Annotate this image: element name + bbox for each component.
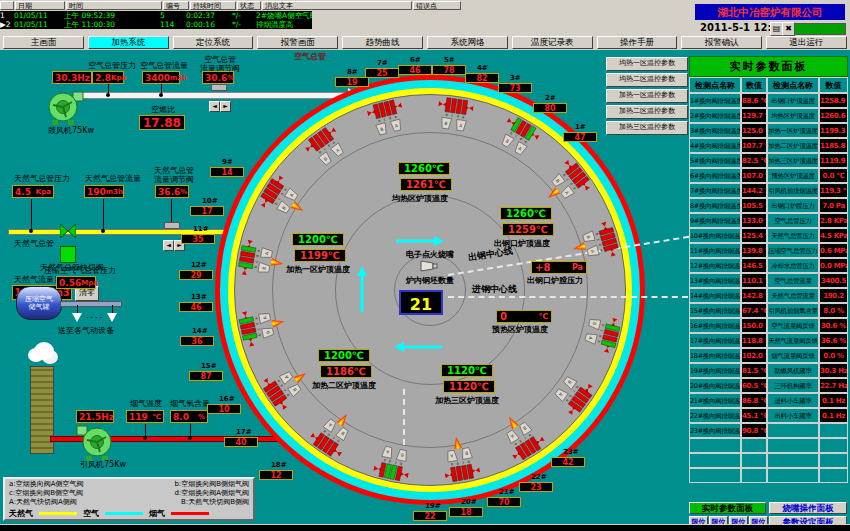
svg-text:c: c bbox=[256, 327, 260, 330]
sensor-value-box: 36 bbox=[180, 336, 214, 346]
menu-button-报警确认[interactable]: 报警确认 bbox=[681, 36, 762, 49]
param-name-cell: 11#换向阀排烟温度 bbox=[689, 243, 741, 258]
legend-row: A:天然气快切阀A侧阀B:天然气快切阀B侧阀 bbox=[9, 498, 249, 507]
alarm-row[interactable]: 101/05/11上午 09:52:3950:02:37*/-2#烧嘴A侧空气B… bbox=[0, 11, 312, 20]
svg-text:a: a bbox=[597, 340, 601, 343]
param-value-cell: 190.2 bbox=[819, 288, 848, 303]
svg-text:b: b bbox=[253, 265, 257, 269]
burner-panel-button[interactable]: 烧嘴操作面板 bbox=[769, 502, 847, 514]
param-name-cell: 1#换向阀排烟温度 bbox=[689, 93, 741, 108]
zone-label: 加热三区炉顶温度 bbox=[435, 396, 499, 405]
param-value-cell: 8.0 % bbox=[819, 303, 848, 318]
param-value-cell: 125.0 ℃ bbox=[741, 123, 767, 138]
svg-text:a: a bbox=[254, 317, 258, 320]
zone-actual-display: 1261℃ bbox=[400, 178, 452, 191]
param-value-cell: 67.4 ℃ bbox=[741, 303, 767, 318]
param-value-cell: 45.1 ℃ bbox=[741, 408, 767, 423]
zone-param-button[interactable]: 加热一区温控参数 bbox=[606, 89, 688, 103]
svg-text:d: d bbox=[568, 394, 573, 398]
param-value-cell: 118.8 ℃ bbox=[741, 333, 767, 348]
igniter-label: 电子点火烧嘴 bbox=[390, 250, 470, 259]
param-value-cell: 3400.5 bbox=[819, 273, 848, 288]
svg-text:a: a bbox=[451, 463, 454, 467]
param-value-cell: 107.7 ℃ bbox=[741, 138, 767, 153]
param-name-cell: 9#换向阀排烟温度 bbox=[689, 213, 741, 228]
zone-label: 加热一区炉顶温度 bbox=[286, 265, 350, 274]
menu-button-系统网络[interactable]: 系统网络 bbox=[427, 36, 508, 49]
burner-station[interactable]: bcda B A bbox=[433, 94, 474, 146]
svg-text:d: d bbox=[519, 137, 523, 142]
realtime-panel-button[interactable]: 实时参数面板 bbox=[689, 502, 766, 514]
zone-param-button[interactable]: 加热三区温控参数 bbox=[606, 121, 688, 135]
air-valve-open-button[interactable]: ◄ bbox=[209, 101, 220, 112]
blower-label: 鼓风机75Kw bbox=[48, 126, 94, 135]
param-col-header: 检测点名称 bbox=[689, 77, 741, 93]
realtime-parameter-panel: 实时参数面板 检测点名称数值检测点名称数值1#换向阀排烟温度88.6 ℃出钢口炉… bbox=[689, 56, 848, 526]
sensor-value-box: 80 bbox=[533, 103, 567, 113]
svg-text:d: d bbox=[389, 459, 392, 463]
svg-text:c: c bbox=[332, 435, 336, 439]
param-value-cell: 105.5 ℃ bbox=[741, 198, 767, 213]
param-name-cell: 进料小车频率 bbox=[767, 393, 819, 408]
zone-label: 出钢口炉膛压力 bbox=[527, 276, 583, 285]
gas-valve-open-button[interactable]: ◄ bbox=[163, 240, 174, 251]
param-value-cell: 146.5 ℃ bbox=[741, 258, 767, 273]
svg-text:b: b bbox=[445, 112, 449, 116]
param-value-cell: 110.1 ℃ bbox=[741, 273, 767, 288]
sensor-number-label: 4# bbox=[477, 64, 488, 72]
menu-button-报警画面[interactable]: 报警画面 bbox=[257, 36, 338, 49]
zone-param-button[interactable]: 均热一区温控参数 bbox=[606, 57, 688, 71]
param-name-cell: 加热二区炉顶温度 bbox=[767, 138, 819, 153]
param-value-cell: 102.0 ℃ bbox=[741, 348, 767, 363]
svg-text:c: c bbox=[523, 436, 527, 440]
menu-button-定位系统[interactable]: 定位系统 bbox=[173, 36, 254, 49]
param-value-cell: 30.3 Hz bbox=[819, 363, 848, 378]
menu-button-温度记录表[interactable]: 温度记录表 bbox=[512, 36, 593, 49]
window-bottom-edge bbox=[0, 524, 850, 531]
param-name-cell: 天然气流量阀反馈 bbox=[767, 333, 819, 348]
sensor-number-label: 13# bbox=[191, 293, 207, 301]
param-value-cell: 1199.3 ℃ bbox=[819, 123, 848, 138]
param-value-cell: 129.7 ℃ bbox=[741, 108, 767, 123]
menu-button-退出运行[interactable]: 退出运行 bbox=[766, 36, 847, 49]
pneumatic-valve-icon bbox=[107, 313, 117, 322]
gas-pressure-value: 4.5 bbox=[15, 187, 31, 197]
menu-button-加热系统[interactable]: 加热系统 bbox=[88, 36, 169, 49]
sensor-number-label: 7# bbox=[377, 59, 388, 67]
zone-actual-display: 1199℃ bbox=[294, 249, 346, 262]
zone-actual-display: 1120℃ bbox=[443, 380, 495, 393]
param-value-cell: 139.8 ℃ bbox=[741, 243, 767, 258]
param-col-header: 检测点名称 bbox=[767, 77, 819, 93]
alarm-row[interactable]: ▶201/05/11上午 11:00:301140:00:16*/-排烟温度高 bbox=[0, 20, 312, 29]
alarm-col-header: 时间 bbox=[66, 1, 162, 10]
sensor-number-label: 18# bbox=[271, 461, 287, 469]
zone-setpoint-display: 1260℃ bbox=[500, 207, 552, 220]
svg-text:d: d bbox=[598, 243, 602, 246]
param-name-cell: 23#换向阀排烟温度 bbox=[689, 423, 741, 438]
sensor-value-box: 47 bbox=[563, 132, 597, 142]
legend-row: a:空烟换向阀A侧空气阀b:空烟换向阀B侧烟气阀 bbox=[9, 480, 249, 489]
param-value-cell: 1119.9 ℃ bbox=[819, 153, 848, 168]
menu-button-趋势曲线[interactable]: 趋势曲线 bbox=[342, 36, 423, 49]
steel-in-centerline bbox=[448, 296, 688, 298]
zone-param-button[interactable]: 均热二区温控参数 bbox=[606, 73, 688, 87]
menu-button-操作手册[interactable]: 操作手册 bbox=[597, 36, 678, 49]
zone-param-button[interactable]: 加热二区温控参数 bbox=[606, 105, 688, 119]
param-name-cell: 压缩空气总管压力 bbox=[767, 243, 819, 258]
param-name-cell: 预热区炉顶温度 bbox=[767, 168, 819, 183]
sensor-value-box: 18 bbox=[449, 507, 483, 517]
svg-text:B: B bbox=[591, 321, 597, 325]
svg-text:b: b bbox=[257, 332, 262, 336]
param-value-cell: 0.0 % bbox=[819, 348, 848, 363]
param-name-cell: 加热一区炉顶温度 bbox=[767, 123, 819, 138]
sensor-value-box: 23 bbox=[519, 482, 553, 492]
air-pressure-label: 空气总管压力 bbox=[88, 61, 136, 70]
svg-text:b: b bbox=[574, 385, 579, 390]
param-name-cell: 6#换向阀排烟温度 bbox=[689, 168, 741, 183]
comp-air-value: 0.56 bbox=[59, 278, 81, 288]
svg-text:d: d bbox=[568, 182, 573, 186]
menu-button-主画面[interactable]: 主画面 bbox=[3, 36, 84, 49]
air-control-valve-icon bbox=[211, 84, 227, 91]
param-name-cell: 10#换向阀排烟温度 bbox=[689, 228, 741, 243]
air-valve-close-button[interactable]: ► bbox=[220, 101, 231, 112]
